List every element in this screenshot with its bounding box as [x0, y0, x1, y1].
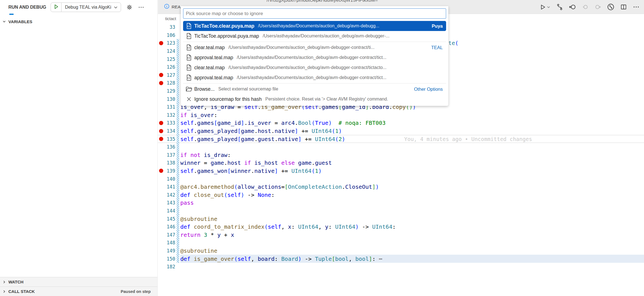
line-number: 142: [164, 192, 175, 198]
quickpick-item[interactable]: clear.teal.map/Users/asthayadav/Document…: [183, 42, 446, 52]
breakpoint-icon[interactable]: [158, 169, 164, 173]
line-number: 147: [164, 232, 175, 238]
quickpick-item[interactable]: TicTacToe.clear.puya.map/Users/asthayada…: [183, 21, 446, 31]
line-number: 138: [164, 160, 175, 166]
more-actions-icon[interactable]: [633, 4, 640, 10]
quickpick-item[interactable]: Ignore sourcemap for this hashPersistent…: [183, 94, 446, 104]
quickpick-item[interactable]: TicTacToe.approval.puya.map/Users/asthay…: [183, 31, 446, 41]
split-editor-icon[interactable]: [620, 4, 627, 10]
previous-change-icon[interactable]: [582, 4, 589, 10]
code-text: @arc4.baremethod(allow_actions=[OnComple…: [180, 183, 379, 191]
sourcemap-hatch-strip: [177, 95, 179, 103]
code-line-132[interactable]: 132 if is_over:: [158, 111, 644, 119]
more-actions-icon[interactable]: [138, 4, 145, 11]
line-number: 140: [164, 176, 175, 182]
breakpoint-icon[interactable]: [158, 137, 164, 141]
run-icon[interactable]: [540, 4, 550, 10]
code-text: @subroutine: [180, 247, 217, 255]
sidebar-pane-header: RUN AND DEBUG Debug TEAL via AlgoKi: [0, 0, 157, 15]
code-line-142[interactable]: 142 def close_out(self) -> None:: [158, 191, 644, 199]
variables-section-header[interactable]: VARIABLES: [0, 17, 157, 26]
quickpick-item-description: /Users/asthayadav/Documents/auction_debu…: [258, 23, 379, 28]
code-line-135[interactable]: 135 self.games_played[game.guest.native]…: [158, 135, 644, 143]
code-line-134[interactable]: 134 self.games_played[game.host.native] …: [158, 127, 644, 135]
quickpick-item-badge: Other Options: [410, 87, 443, 92]
breadcrumb-file-label[interactable]: tictact: [165, 16, 176, 21]
breakpoint-icon[interactable]: [158, 121, 164, 125]
code-text: winner = game.host if is_host else game.…: [180, 159, 332, 167]
quickpick-item-label: approval.teal.map: [194, 75, 233, 81]
code-line-150[interactable]: 150❯ def is_game_over(self, board: Board…: [158, 255, 644, 263]
banner-label: REA: [172, 4, 181, 9]
open-changes-icon[interactable]: [556, 4, 563, 10]
debug-launch-control[interactable]: Debug TEAL via AlgoKi: [51, 3, 121, 12]
quickpick-item-badge: Puya: [428, 23, 443, 29]
line-number: 146: [164, 224, 175, 230]
quickpick-item[interactable]: approval.teal.map/Users/asthayadav/Docum…: [183, 73, 446, 83]
code-line-141[interactable]: 141 @arc4.baremethod(allow_actions=[OnCo…: [158, 183, 644, 191]
debug-config-selector[interactable]: Debug TEAL via AlgoKi: [61, 5, 113, 10]
code-text: @subroutine: [180, 215, 217, 223]
gear-icon[interactable]: [126, 4, 133, 11]
code-line-136[interactable]: 136: [158, 143, 644, 151]
watch-section-header[interactable]: WATCH: [0, 277, 157, 287]
sourcemap-hatch-strip: [177, 191, 179, 199]
quickpick-item-label: approval.teal.map: [194, 55, 233, 61]
file-code-icon: [185, 64, 193, 71]
start-debugging-button[interactable]: [51, 3, 61, 12]
next-change-icon[interactable]: [595, 4, 601, 10]
line-number: 182: [164, 264, 175, 269]
quickpick-item-description: Select external sourcemap file: [218, 87, 278, 92]
code-text: def close_out(self) -> None:: [180, 191, 274, 199]
quickpick-list: TicTacToe.clear.puya.map/Users/asthayada…: [183, 21, 446, 104]
breakpoint-icon[interactable]: [158, 41, 164, 45]
navigate-back-icon[interactable]: [569, 3, 576, 11]
quickpick-item-label: Ignore sourcemap for this hash: [194, 96, 262, 102]
quickpick-item-description: /Users/asthayadav/Documents/auction_debu…: [228, 65, 387, 70]
code-line-148[interactable]: 148: [158, 239, 644, 247]
sourcemap-hatch-strip: [177, 263, 179, 271]
sourcemap-hatch-strip: [177, 103, 179, 111]
quickpick-item[interactable]: Browse...Select external sourcemap fileO…: [183, 84, 446, 94]
quickpick-item-description: /Users/asthayadav/Documents/auction_debu…: [228, 45, 375, 50]
paused-status-badge: Paused on step: [121, 289, 151, 294]
code-line-138[interactable]: 138 winner = game.host if is_host else g…: [158, 159, 644, 167]
code-line-140[interactable]: 140: [158, 175, 644, 183]
code-line-149[interactable]: 149 @subroutine: [158, 247, 644, 255]
code-line-133[interactable]: 133 self.games[game_id].is_over = arc4.B…: [158, 119, 644, 127]
sourcemap-hatch-strip: [177, 247, 179, 255]
code-text: self.games[game_id].is_over = arc4.Bool(…: [180, 119, 386, 127]
code-line-143[interactable]: 143 pass: [158, 199, 644, 207]
breakpoint-icon[interactable]: [158, 129, 164, 133]
sourcemap-hatch-strip: [177, 79, 179, 87]
fold-chevron-icon[interactable]: ❯: [181, 255, 184, 263]
sourcemap-hatch-strip: [177, 23, 179, 31]
line-number: 145: [164, 216, 175, 222]
breakpoint-icon[interactable]: [158, 81, 164, 85]
chevron-right-icon: [0, 280, 8, 284]
sourcemap-hatch-strip: [177, 215, 179, 223]
quickpick-separator: [183, 83, 446, 83]
code-line-146[interactable]: 146 def coord_to_matrix_index(self, x: U…: [158, 223, 644, 231]
quickpick-item[interactable]: clear.teal.map/Users/asthayadav/Document…: [183, 63, 446, 73]
sourcemap-hatch-strip: [177, 119, 179, 127]
quickpick-input[interactable]: [183, 8, 446, 19]
line-number: 127: [164, 72, 175, 78]
code-line-182[interactable]: 182: [158, 263, 644, 271]
line-number: 123: [164, 40, 175, 46]
code-line-139[interactable]: 139 self.games_won[winner.native] += UIn…: [158, 167, 644, 175]
play-icon: [53, 4, 59, 11]
code-line-137[interactable]: 137 if not is_draw:: [158, 151, 644, 159]
quickpick-item-badge: TEAL: [427, 45, 443, 50]
source-control-graph-icon[interactable]: [607, 3, 614, 11]
sourcemap-hatch-strip: [177, 175, 179, 183]
line-number: 106: [164, 32, 175, 38]
chevron-down-icon: [113, 5, 121, 9]
quickpick-item[interactable]: approval.teal.map/Users/asthayadav/Docum…: [183, 52, 446, 63]
sourcemap-hatch-strip: [177, 127, 179, 135]
code-line-147[interactable]: 147 return 3 * y + x: [158, 231, 644, 239]
code-line-145[interactable]: 145 @subroutine: [158, 215, 644, 223]
call-stack-section-header[interactable]: CALL STACK Paused on step: [0, 287, 157, 296]
code-line-144[interactable]: 144: [158, 207, 644, 215]
breakpoint-icon[interactable]: [158, 73, 164, 77]
